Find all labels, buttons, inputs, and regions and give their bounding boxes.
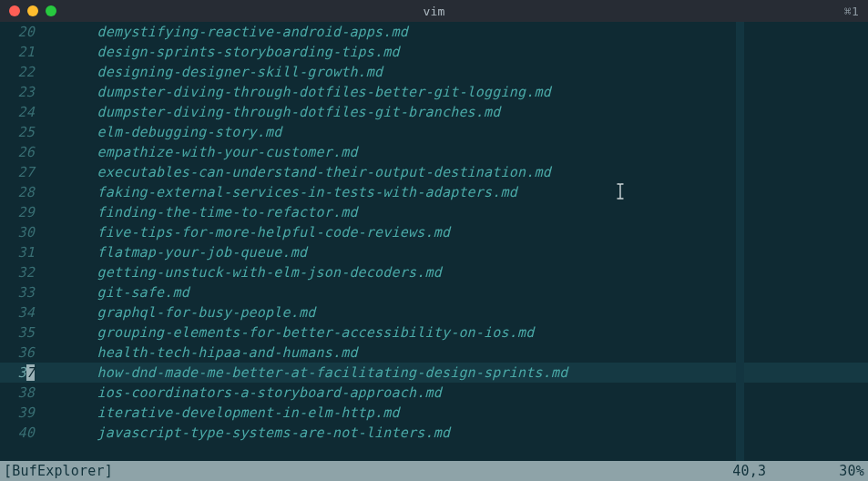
line-content: executables-can-understand-their-output-… (80, 162, 868, 182)
line-content: faking-external-services-in-tests-with-a… (80, 182, 868, 202)
line-number: 28 (0, 182, 80, 202)
line-content: five-tips-for-more-helpful-code-reviews.… (80, 222, 868, 242)
line-content: dumpster-diving-through-dotfiles-git-bra… (80, 102, 868, 122)
editor-area[interactable]: 20 demystifying-reactive-android-apps.md… (0, 22, 868, 461)
cursor: 7 (26, 364, 35, 381)
line-content: finding-the-time-to-refactor.md (80, 202, 868, 222)
line-content: ios-coordinators-a-storyboard-approach.m… (80, 383, 868, 403)
line-number: 39 (0, 403, 80, 423)
line-number: 26 (0, 142, 80, 162)
line-number: 23 (0, 82, 80, 102)
line-content: graphql-for-busy-people.md (80, 302, 868, 322)
line-number: 38 (0, 383, 80, 403)
line-number: 34 (0, 302, 80, 322)
line-content: health-tech-hipaa-and-humans.md (80, 343, 868, 363)
line-content: iterative-development-in-elm-http.md (80, 403, 868, 423)
line-number: 33 (0, 282, 80, 302)
line-number: 25 (0, 122, 80, 142)
line-content: designing-designer-skill-growth.md (80, 62, 868, 82)
line-number: 24 (0, 102, 80, 122)
titlebar-shortcut: ⌘1 (844, 5, 859, 18)
line-content: empathize-with-your-customer.md (80, 142, 868, 162)
line-content: flatmap-your-job-queue.md (80, 242, 868, 262)
status-position: 40,3 (732, 463, 839, 479)
line-content: grouping-elements-for-better-accessibili… (80, 322, 868, 343)
line-content: javascript-type-systems-are-not-linters.… (80, 423, 868, 443)
color-column (736, 22, 744, 461)
statusbar: [BufExplorer] 40,3 30% (0, 461, 868, 481)
line-number: 30 (0, 222, 80, 242)
line-number: 32 (0, 262, 80, 282)
line-content: elm-debugging-story.md (80, 122, 868, 142)
window-title: vim (0, 5, 868, 18)
line-content: git-safe.md (80, 282, 868, 302)
line-number: 22 (0, 62, 80, 82)
line-content: dumpster-diving-through-dotfiles-better-… (80, 82, 868, 102)
line-number: 31 (0, 242, 80, 262)
line-number: 27 (0, 162, 80, 182)
line-content: how-dnd-made-me-better-at-facilitating-d… (80, 363, 868, 383)
line-number: 21 (0, 42, 80, 62)
line-number: 29 (0, 202, 80, 222)
line-number: 37 (0, 363, 80, 383)
titlebar: vim ⌘1 (0, 0, 868, 22)
line-number: 20 (0, 22, 80, 42)
line-number: 40 (0, 423, 80, 443)
line-number: 36 (0, 343, 80, 363)
line-number: 35 (0, 322, 80, 343)
status-percent: 30% (839, 463, 864, 479)
line-content: demystifying-reactive-android-apps.md (80, 22, 868, 42)
line-content: design-sprints-storyboarding-tips.md (80, 42, 868, 62)
line-content: getting-unstuck-with-elm-json-decoders.m… (80, 262, 868, 282)
status-mode: [BufExplorer] (4, 463, 113, 479)
